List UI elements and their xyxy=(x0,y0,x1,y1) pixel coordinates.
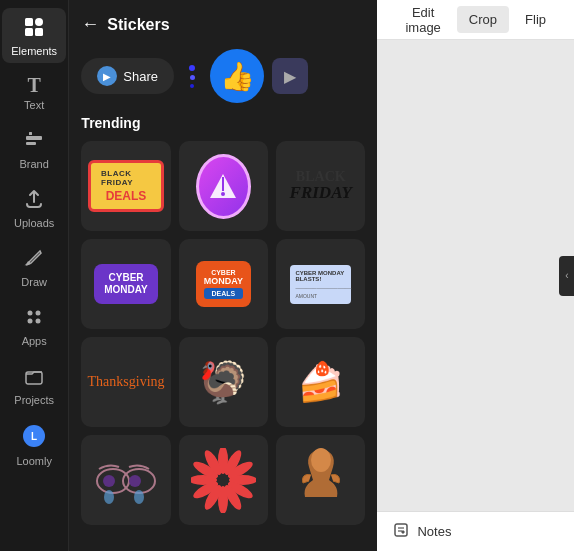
notes-label: Notes xyxy=(417,524,451,539)
sidebar-item-label-uploads: Uploads xyxy=(14,217,54,229)
edit-image-button[interactable]: Edit image xyxy=(393,0,452,41)
black-friday-badge: BLACK FRIDAY DEALS xyxy=(88,160,164,212)
dot1 xyxy=(189,65,195,71)
panel-title: Stickers xyxy=(107,16,169,34)
svg-rect-3 xyxy=(35,28,43,36)
sidebar-item-label-draw: Draw xyxy=(21,276,47,288)
sidebar-item-projects[interactable]: Projects xyxy=(2,357,66,412)
svg-point-7 xyxy=(28,311,33,316)
svg-point-20 xyxy=(129,475,141,487)
sidebar-item-brand[interactable]: Brand xyxy=(2,121,66,176)
svg-point-35 xyxy=(311,448,331,472)
sticker-cyber-monday-tag[interactable]: CYBER MONDAY DEALS xyxy=(179,239,268,329)
panel-header: ← Stickers xyxy=(69,0,377,45)
svg-point-18 xyxy=(103,475,115,487)
svg-point-9 xyxy=(28,319,33,324)
sidebar-item-label-text: Text xyxy=(24,99,44,111)
sidebar-item-label-brand: Brand xyxy=(19,158,48,170)
svg-rect-6 xyxy=(29,132,32,135)
right-toolbar: Edit image Crop Flip xyxy=(377,0,574,40)
sticker-eyes[interactable] xyxy=(81,435,170,525)
share-button[interactable]: ▶ Share xyxy=(81,58,174,94)
thanksgiving-text: Thanksgiving xyxy=(88,374,165,390)
flower-svg xyxy=(191,448,256,513)
turkey-emoji: 🦃 xyxy=(198,359,248,406)
svg-point-22 xyxy=(134,490,144,504)
sticker-turkey[interactable]: 🦃 xyxy=(179,337,268,427)
trending-title: Trending xyxy=(81,115,365,131)
sticker-flower[interactable] xyxy=(179,435,268,525)
dot3 xyxy=(190,84,194,88)
canvas-area xyxy=(377,40,574,511)
arrow-icon: ▶ xyxy=(284,67,296,86)
sticker-pie[interactable]: 🍰 xyxy=(276,337,365,427)
sticker-thanksgiving[interactable]: Thanksgiving xyxy=(81,337,170,427)
sticker-black-friday[interactable]: BLACK FRIDAY DEALS xyxy=(81,141,170,231)
sidebar-item-uploads[interactable]: Uploads xyxy=(2,180,66,235)
top-sticker-row: ▶ Share 👍 ▶ xyxy=(77,45,369,103)
oval-badge xyxy=(196,154,251,219)
cyber-monday-tag: CYBER MONDAY DEALS xyxy=(196,261,251,307)
arrow-sticker[interactable]: ▶ xyxy=(272,58,308,94)
svg-rect-5 xyxy=(26,142,36,145)
sidebar-item-label-projects: Projects xyxy=(14,394,54,406)
sidebar-item-loomly[interactable]: L Loomly xyxy=(2,416,66,473)
thumbsup-sticker[interactable]: 👍 xyxy=(210,49,264,103)
pie-emoji: 🍰 xyxy=(297,360,344,404)
sticker-black-friday-text[interactable]: BLACK FRIDAY xyxy=(276,141,365,231)
svg-rect-2 xyxy=(25,28,33,36)
sticker-oval-purple[interactable] xyxy=(179,141,268,231)
sidebar-item-elements[interactable]: Elements xyxy=(2,8,66,63)
sidebar-item-label-loomly: Loomly xyxy=(16,455,51,467)
svg-point-8 xyxy=(36,311,41,316)
crop-button[interactable]: Crop xyxy=(457,6,509,33)
sticker-receipt[interactable]: CYBER MONDAY BLASTS! ──────────────── AM… xyxy=(276,239,365,329)
sticker-panel: ← Stickers ▶ Share 👍 ▶ Trending xyxy=(69,0,377,551)
text-icon: T xyxy=(28,75,41,95)
right-panel: Edit image Crop Flip Notes xyxy=(377,0,574,551)
share-label: Share xyxy=(123,69,158,84)
svg-rect-0 xyxy=(25,18,33,26)
svg-rect-36 xyxy=(395,524,407,536)
sidebar-item-label-apps: Apps xyxy=(22,335,47,347)
sidebar-item-text[interactable]: T Text xyxy=(2,67,66,117)
receipt-sticker: CYBER MONDAY BLASTS! ──────────────── AM… xyxy=(290,265,351,304)
dot2 xyxy=(190,75,195,80)
eyes-svg xyxy=(91,453,161,508)
elements-icon xyxy=(23,16,45,41)
loomly-icon: L xyxy=(22,424,46,451)
svg-rect-4 xyxy=(26,136,42,140)
sticker-cyber-monday[interactable]: CYBERMONDAY xyxy=(81,239,170,329)
sidebar-item-apps[interactable]: Apps xyxy=(2,298,66,353)
svg-point-10 xyxy=(36,319,41,324)
hand-svg xyxy=(291,445,351,515)
sticker-hand[interactable] xyxy=(276,435,365,525)
thumbsup-emoji: 👍 xyxy=(220,60,255,93)
dots-sticker[interactable] xyxy=(182,65,202,88)
black-friday-text: BLACK FRIDAY xyxy=(290,169,352,203)
svg-point-21 xyxy=(104,490,114,504)
svg-point-16 xyxy=(221,192,225,196)
sidebar: Elements T Text Brand Uploads xyxy=(0,0,69,551)
brand-icon xyxy=(23,129,45,154)
draw-icon xyxy=(23,247,45,272)
back-button[interactable]: ← xyxy=(81,14,99,35)
share-arrow-icon: ▶ xyxy=(97,66,117,86)
sticker-grid: BLACK FRIDAY DEALS xyxy=(77,141,369,525)
uploads-icon xyxy=(23,188,45,213)
svg-text:L: L xyxy=(31,431,37,442)
sticker-scroll-area[interactable]: ▶ Share 👍 ▶ Trending BLACK FRID xyxy=(69,45,377,551)
apps-icon xyxy=(23,306,45,331)
flip-button[interactable]: Flip xyxy=(513,6,558,33)
projects-icon xyxy=(23,365,45,390)
sidebar-item-label-elements: Elements xyxy=(11,45,57,57)
notes-icon xyxy=(393,522,409,541)
svg-point-1 xyxy=(35,18,43,26)
notes-bar[interactable]: Notes xyxy=(377,511,574,551)
sidebar-item-draw[interactable]: Draw xyxy=(2,239,66,294)
cyber-monday-badge: CYBERMONDAY xyxy=(94,264,158,304)
